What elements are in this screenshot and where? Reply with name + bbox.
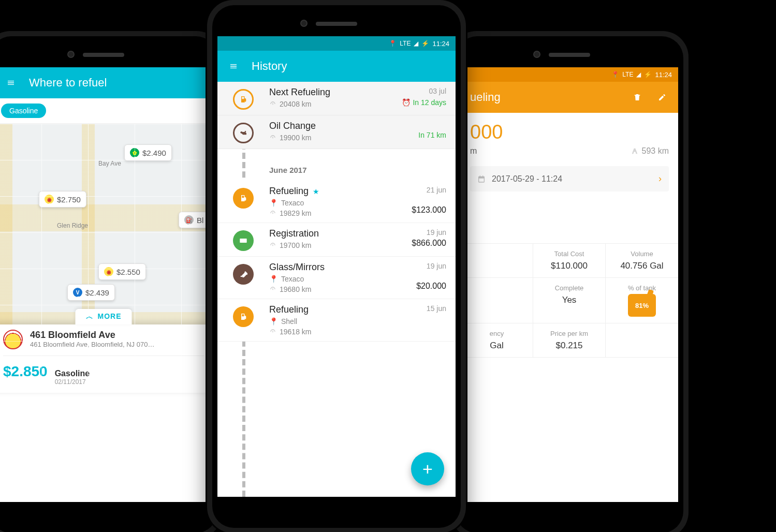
- fuel-icon: [233, 188, 254, 209]
- battery-charging-icon: ⚡: [644, 71, 652, 78]
- appbar-title: History: [252, 60, 446, 73]
- pin-icon: 📍: [269, 317, 278, 326]
- cell-volume: Volume 40.756 Gal: [606, 244, 678, 277]
- location-icon: 📍: [389, 40, 397, 47]
- row-title: Oil Change: [269, 121, 418, 131]
- detail-grid: Total Cost $110.000 Volume 40.756 Gal Co…: [461, 243, 678, 358]
- history-row[interactable]: Registration 19700 km 19 jun $866.000: [217, 223, 456, 257]
- station-card[interactable]: ︿MORE 461 Bloomfield Ave 461 Bloomfield …: [0, 324, 212, 393]
- oil-icon: [233, 123, 254, 143]
- price-pin[interactable]: ◉$2.550: [98, 263, 146, 280]
- history-row[interactable]: Glass/Mirrors 📍Texaco 19680 km 19 jun $2…: [217, 257, 456, 299]
- location-icon: 📍: [611, 71, 619, 78]
- due-label: ⏰In 12 days: [402, 98, 446, 107]
- due-label: In 71 km: [418, 131, 446, 139]
- alarm-icon: ⏰: [402, 98, 411, 107]
- price-pin[interactable]: ✿$2.490: [124, 144, 172, 161]
- map-label: Glen Ridge: [57, 222, 88, 229]
- shell-icon: ◉: [104, 267, 113, 276]
- odometer-unit: m: [470, 146, 477, 156]
- delete-button[interactable]: [631, 91, 644, 104]
- battery-charging-icon: ⚡: [421, 40, 429, 47]
- wrench-icon: [233, 264, 254, 285]
- price-date: 02/11/2017: [55, 378, 90, 386]
- fuel-filter-row: Gasoline: [0, 98, 212, 124]
- clock: 11:24: [655, 71, 672, 79]
- status-bar: 📍 LTE ◢ ⚡ 11:24: [217, 36, 456, 51]
- fuel-chip[interactable]: Gasoline: [1, 104, 46, 118]
- phone-where-to-refuel: Where to refuel Gasoline Glen Ridge Bay …: [0, 31, 223, 532]
- clock: 11:24: [432, 40, 449, 48]
- shell-logo-icon: [3, 330, 23, 349]
- station-price: $2.850: [3, 363, 48, 380]
- cell-partial: [461, 244, 533, 277]
- signal-lte-icon: LTE: [400, 40, 411, 47]
- fuel-type: Gasoline: [55, 369, 90, 378]
- shell-icon: ◉: [127, 334, 137, 344]
- station-name: 461 Bloomfield Ave: [30, 330, 154, 341]
- station-map[interactable]: Glen Ridge Bay Ave Franklin Ave ✿$2.490 …: [0, 124, 212, 393]
- edit-button[interactable]: [655, 91, 669, 104]
- phone-refueling-detail: 📍 LTE ◢ ⚡ 11:24 ueling 000 m: [450, 31, 689, 532]
- price-pin[interactable]: ⛽Bl: [179, 212, 209, 228]
- price-pin[interactable]: ◉$2.850: [122, 331, 169, 347]
- shell-icon: ◉: [45, 195, 54, 204]
- appbar-title: ueling: [470, 91, 619, 104]
- appbar-refuel: Where to refuel: [0, 67, 212, 98]
- fuel-icon: [233, 89, 254, 110]
- chevron-up-icon: ︿: [86, 312, 94, 320]
- bp-icon: ✿: [130, 148, 139, 157]
- signal-lte-icon: LTE: [622, 71, 633, 78]
- phone-history: 📍 LTE ◢ ⚡ 11:24 History: [207, 0, 466, 532]
- pin-icon: 📍: [269, 275, 278, 283]
- price-pin[interactable]: ◉$2.750: [39, 191, 86, 208]
- more-tab[interactable]: ︿MORE: [76, 309, 132, 324]
- section-header: June 2017: [217, 149, 456, 181]
- appbar-history: History: [217, 51, 456, 82]
- history-row-upcoming[interactable]: Next Refueling 20408 km 03 jul ⏰In 12 da…: [217, 82, 456, 115]
- appbar-title: Where to refuel: [29, 76, 203, 90]
- add-fab[interactable]: +: [411, 452, 444, 485]
- row-title: Next Refueling: [269, 87, 402, 98]
- history-row-upcoming[interactable]: Oil Change 19900 km In 71 km: [217, 115, 456, 149]
- star-icon: ★: [313, 187, 319, 196]
- fuel-icon: [233, 306, 254, 327]
- odometer-value: 000: [461, 113, 678, 146]
- cell-tank-percent: % of tank 81%: [606, 277, 678, 323]
- menu-icon[interactable]: [227, 60, 240, 73]
- price-pin[interactable]: V$2.439: [67, 284, 115, 301]
- menu-icon[interactable]: [4, 76, 18, 90]
- valero-icon: V: [73, 288, 82, 297]
- status-bar: 📍 LTE ◢ ⚡ 11:24: [461, 67, 678, 82]
- map-label: Franklin Ave: [140, 362, 174, 369]
- cell-total-cost: Total Cost $110.000: [533, 244, 606, 277]
- history-row[interactable]: Refueling★ 📍Texaco 19829 km 21 jun $123.…: [217, 181, 456, 223]
- trip-distance: 593 km: [631, 146, 669, 156]
- appbar-detail: ueling: [461, 82, 678, 113]
- cell-efficiency: ency Gal: [461, 323, 533, 357]
- cell-empty: [606, 323, 678, 357]
- tank-icon: 81%: [628, 294, 656, 317]
- cell-partial-2: [461, 277, 533, 323]
- pin-icon: 📍: [269, 199, 278, 207]
- chevron-right-icon: ›: [658, 173, 662, 184]
- history-row[interactable]: Refueling 📍Shell 19618 km 15 jun: [217, 299, 456, 342]
- map-label: Bay Ave: [98, 160, 121, 167]
- signal-icon: ◢: [414, 40, 418, 47]
- datetime-field[interactable]: 2017-05-29 - 11:24 ›: [470, 166, 669, 191]
- station-address: 461 Bloomfield Ave, Bloomfield, NJ 070…: [30, 341, 154, 348]
- cell-complete: Complete Yes: [533, 277, 606, 323]
- signal-icon: ◢: [636, 71, 641, 78]
- station-icon: ⛽: [184, 215, 194, 225]
- card-icon: [233, 230, 254, 251]
- cell-price-per-km: Price per km $0.215: [533, 323, 606, 357]
